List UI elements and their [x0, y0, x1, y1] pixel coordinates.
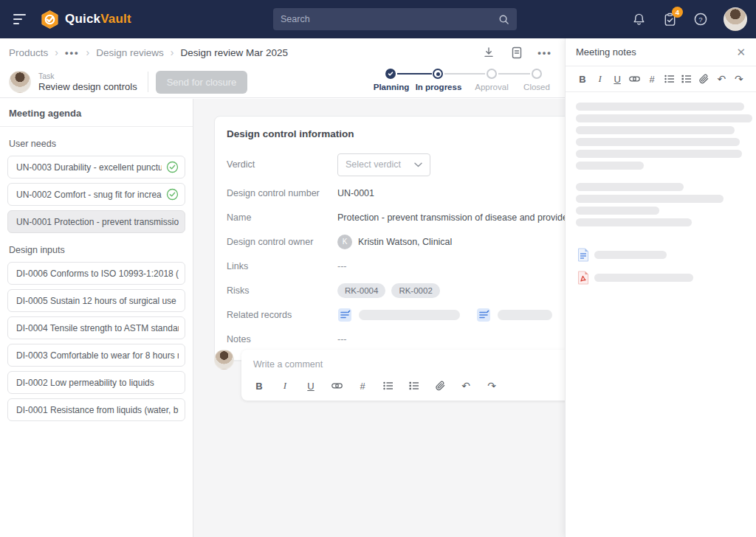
risk-chip[interactable]: RK-0004 [337, 283, 385, 298]
agenda-item-di-0004[interactable]: DI-0004 Tensile strength to ASTM standar… [7, 316, 185, 339]
underline-icon[interactable]: U [611, 73, 623, 85]
step-closed-label[interactable]: Closed [518, 83, 556, 91]
note-text-placeholder [576, 218, 692, 226]
field-value: K Kristin Watson, Clinical [337, 235, 572, 249]
attachment-paperclip-icon[interactable] [698, 73, 710, 85]
note-text-placeholder [576, 126, 735, 134]
field-notes: Notes --- [227, 327, 572, 351]
redo-icon[interactable]: ↷ [486, 380, 498, 392]
bullet-list-icon[interactable] [664, 73, 676, 85]
check-circle-icon [166, 161, 179, 173]
help-icon[interactable]: ? [693, 11, 709, 27]
design-control-info-card: Design control information Verdict Selec… [214, 116, 585, 361]
step-connector [444, 73, 485, 75]
field-label: Notes [227, 334, 337, 344]
brand-name: QuickVault [65, 12, 131, 27]
global-search [273, 8, 517, 30]
step-approval-label[interactable]: Approval [470, 83, 514, 91]
page-actions: ••• [481, 38, 552, 66]
step-connector [397, 73, 432, 75]
agenda-item-di-0005[interactable]: DI-0005 Sustain 12 hours of surgical use [7, 289, 185, 312]
field-links: Links --- [227, 254, 572, 278]
search-icon[interactable] [498, 14, 509, 25]
numbered-list-icon[interactable] [408, 380, 420, 392]
redo-icon[interactable]: ↷ [733, 73, 745, 85]
divider [148, 72, 148, 92]
field-label: Name [227, 212, 337, 223]
agenda-item-text: DI-0001 Resistance from liquids (water, … [16, 405, 179, 415]
owner-avatar: K [337, 235, 352, 249]
undo-icon[interactable]: ↶ [715, 73, 727, 85]
more-options-icon[interactable]: ••• [537, 45, 552, 60]
notes-panel-title: Meeting notes [576, 46, 636, 58]
task-assignee-avatar[interactable] [9, 71, 31, 93]
undo-icon[interactable]: ↶ [460, 380, 472, 392]
agenda-item-di-0003[interactable]: DI-0003 Comfortable to wear for 8 hours … [7, 344, 185, 367]
task-title: Review design controls [38, 81, 137, 92]
numbered-list-icon[interactable] [681, 73, 693, 85]
chevron-right-icon: › [55, 46, 58, 58]
underline-icon[interactable]: U [305, 380, 317, 392]
step-planning-dot[interactable] [385, 69, 396, 79]
attachment-paperclip-icon[interactable] [434, 380, 446, 392]
hash-icon[interactable]: # [646, 73, 658, 85]
breadcrumb-products[interactable]: Products [9, 47, 48, 58]
document-notes-icon[interactable] [509, 45, 524, 60]
step-approval-dot[interactable] [487, 69, 497, 79]
sidebar-title: Meeting agenda [0, 99, 193, 127]
step-planning-label[interactable]: Planning [370, 83, 413, 91]
bold-icon[interactable]: B [253, 380, 265, 392]
verdict-select[interactable]: Select verdict [337, 153, 430, 176]
note-attachment-doc[interactable] [577, 248, 746, 262]
related-record[interactable] [476, 308, 552, 322]
breadcrumb-collapsed[interactable]: ••• [65, 47, 80, 58]
agenda-item-un-0001[interactable]: UN-0001 Protection - prevent transmissio… [7, 210, 185, 233]
comment-placeholder[interactable]: Write a comment [253, 359, 573, 370]
attachment-name-placeholder [594, 274, 693, 282]
chevron-down-icon [414, 162, 422, 167]
agenda-item-text: UN-0002 Comfort - snug fit for increased… [16, 190, 162, 200]
note-text-placeholder [576, 183, 684, 191]
hash-icon[interactable]: # [357, 380, 368, 392]
breadcrumb-design-reviews[interactable]: Design reviews [96, 47, 164, 58]
step-closed-dot[interactable] [532, 69, 542, 79]
download-icon[interactable] [481, 45, 496, 60]
agenda-item-un-0002[interactable]: UN-0002 Comfort - snug fit for increased… [7, 183, 185, 206]
navbar-actions: 4 ? [630, 0, 747, 38]
italic-icon[interactable]: I [594, 73, 606, 85]
tasks-clipboard-icon[interactable]: 4 [662, 11, 678, 27]
italic-icon[interactable]: I [279, 380, 291, 392]
note-text-placeholder [576, 150, 742, 158]
user-avatar[interactable] [724, 7, 747, 31]
field-value: Protection - prevent transmission of dis… [337, 212, 572, 223]
bullet-list-icon[interactable] [382, 380, 394, 392]
link-icon[interactable] [629, 73, 641, 85]
related-record[interactable] [337, 308, 460, 322]
notifications-bell-icon[interactable] [630, 11, 647, 27]
agenda-item-text: DI-0005 Sustain 12 hours of surgical use [16, 296, 179, 306]
brand-logo[interactable]: QuickVault [40, 10, 131, 30]
risk-chip[interactable]: RK-0002 [391, 283, 439, 298]
bold-icon[interactable]: B [577, 73, 588, 85]
menu-icon[interactable] [13, 14, 28, 24]
link-icon[interactable] [331, 380, 343, 392]
step-connector [498, 73, 530, 75]
close-icon[interactable]: ✕ [736, 46, 746, 59]
send-for-closure-button[interactable]: Send for closure [156, 71, 248, 94]
note-attachment-pdf[interactable] [577, 271, 746, 285]
agenda-item-di-0001[interactable]: DI-0001 Resistance from liquids (water, … [7, 398, 185, 421]
agenda-item-di-0006[interactable]: DI-0006 Conforms to ISO 10993-1:2018 (Bi… [7, 262, 185, 285]
field-label: Verdict [227, 159, 337, 170]
brand-hexagon-icon [40, 10, 60, 30]
notes-content[interactable] [566, 92, 756, 285]
agenda-item-un-0003[interactable]: UN-0003 Durability - excellent puncture.… [7, 156, 185, 179]
owner-name: Kristin Watson, Clinical [358, 237, 452, 247]
step-in-progress-dot[interactable] [433, 69, 443, 79]
agenda-item-di-0002[interactable]: DI-0002 Low permeability to liquids [7, 371, 185, 394]
svg-text:?: ? [698, 15, 702, 24]
task-meta: Task Review design controls [38, 72, 137, 92]
step-in-progress-label[interactable]: In progress [410, 83, 467, 91]
comment-editor[interactable]: Write a comment B I U # [241, 350, 585, 401]
breadcrumb-current: Design review Mar 2025 [181, 47, 289, 58]
search-input[interactable] [273, 14, 498, 24]
